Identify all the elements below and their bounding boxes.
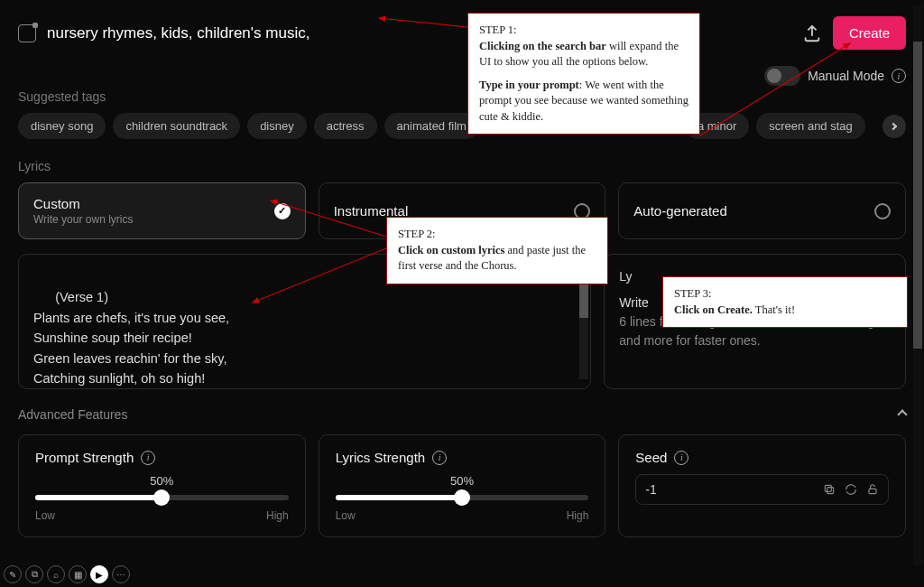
toolbar-grid-icon[interactable]: ▦ bbox=[69, 565, 87, 583]
main-scrollbar-thumb[interactable] bbox=[913, 42, 922, 349]
advanced-label: Advanced Features bbox=[18, 407, 127, 422]
tag-item[interactable]: actress bbox=[314, 113, 377, 139]
seed-title: Seed bbox=[635, 450, 667, 465]
slider-high: High bbox=[567, 509, 589, 522]
lyrics-strength-title: Lyrics Strength bbox=[336, 450, 426, 465]
prompt-icon bbox=[18, 24, 36, 42]
tag-item[interactable]: disney song bbox=[18, 113, 106, 139]
toolbar-search-icon[interactable]: ⌕ bbox=[47, 565, 65, 583]
info-icon[interactable]: i bbox=[141, 451, 155, 465]
prompt-strength-value: 50% bbox=[35, 474, 289, 488]
bottom-toolbar: ✎ ⧉ ⌕ ▦ ▶ ⋯ bbox=[4, 565, 130, 583]
info-icon[interactable]: i bbox=[432, 451, 447, 465]
main-scrollbar-track[interactable] bbox=[913, 5, 922, 565]
prompt-strength-title: Prompt Strength bbox=[35, 450, 134, 465]
toolbar-pen-icon[interactable]: ✎ bbox=[4, 565, 22, 583]
manual-mode-toggle[interactable] bbox=[764, 66, 800, 86]
seed-input[interactable] bbox=[645, 482, 823, 497]
copy-icon[interactable] bbox=[823, 483, 836, 496]
refresh-icon[interactable] bbox=[845, 483, 857, 496]
tag-item[interactable]: animated film bbox=[384, 113, 479, 139]
lyrics-option-auto[interactable]: Auto-generated bbox=[618, 182, 906, 239]
lock-icon[interactable] bbox=[866, 483, 879, 496]
prompt-strength-card: Prompt Strength i 50% Low High bbox=[18, 434, 306, 537]
svg-rect-1 bbox=[825, 485, 831, 491]
svg-rect-0 bbox=[827, 488, 834, 494]
toolbar-video-icon[interactable]: ▶ bbox=[90, 565, 108, 583]
tags-next-button[interactable] bbox=[882, 115, 906, 138]
tips-write: Write bbox=[619, 295, 648, 310]
toolbar-more-icon[interactable]: ⋯ bbox=[112, 565, 130, 583]
callout-step2: STEP 2: Click on custom lyrics and paste… bbox=[386, 217, 608, 284]
card-title: Auto-generated bbox=[633, 203, 726, 219]
tag-item[interactable]: disney bbox=[247, 113, 307, 139]
lyrics-option-custom[interactable]: Custom Write your own lyrics bbox=[18, 182, 306, 239]
card-subtitle: Write your own lyrics bbox=[33, 213, 133, 226]
chevron-right-icon bbox=[890, 122, 897, 129]
suggested-tags-label: Suggested tags bbox=[18, 89, 906, 104]
prompt-strength-slider[interactable] bbox=[35, 495, 289, 500]
callout-step3: STEP 3: Click on Create. That's it! bbox=[662, 276, 908, 328]
lyrics-text: (Verse 1) Plants are chefs, it's true yo… bbox=[33, 290, 229, 389]
create-button[interactable]: Create bbox=[833, 16, 906, 50]
lyrics-label: Lyrics bbox=[18, 159, 906, 173]
manual-mode-label: Manual Mode bbox=[808, 69, 884, 83]
tag-item[interactable]: children soundtrack bbox=[113, 113, 240, 139]
advanced-toggle[interactable]: Advanced Features bbox=[18, 407, 906, 422]
slider-high: High bbox=[266, 509, 289, 522]
radio-icon bbox=[874, 203, 891, 219]
toolbar-copy-icon[interactable]: ⧉ bbox=[25, 565, 43, 583]
lyrics-strength-value: 50% bbox=[336, 474, 589, 488]
radio-checked-icon bbox=[274, 203, 291, 219]
info-icon[interactable]: i bbox=[892, 69, 906, 83]
upload-icon[interactable] bbox=[802, 23, 822, 43]
slider-low: Low bbox=[336, 509, 356, 522]
lyrics-strength-card: Lyrics Strength i 50% Low High bbox=[319, 434, 606, 537]
chevron-up-icon bbox=[897, 409, 907, 419]
lyrics-strength-slider[interactable] bbox=[336, 495, 589, 500]
svg-rect-2 bbox=[869, 489, 876, 493]
tags-row: disney song children soundtrack disney a… bbox=[18, 113, 906, 139]
slider-low: Low bbox=[35, 509, 55, 522]
seed-card: Seed i bbox=[618, 434, 906, 537]
info-icon[interactable]: i bbox=[674, 451, 688, 465]
tag-item[interactable]: screen and stag bbox=[756, 113, 865, 139]
callout-step1: STEP 1: Clicking on the search bar will … bbox=[467, 13, 700, 135]
card-title: Custom bbox=[33, 196, 133, 211]
